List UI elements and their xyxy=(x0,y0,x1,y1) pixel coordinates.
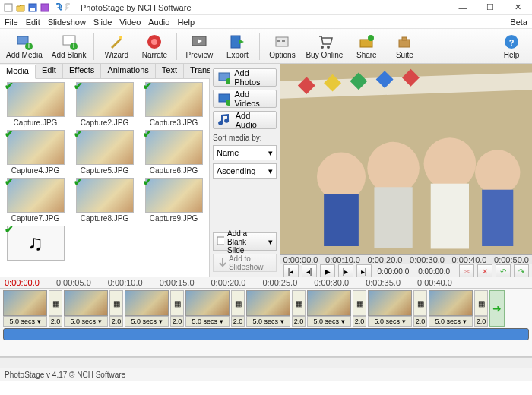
svg-point-39 xyxy=(367,142,420,194)
tab-effects[interactable]: Effects xyxy=(63,64,101,78)
menu-video[interactable]: Video xyxy=(119,17,141,27)
svg-text:+: + xyxy=(27,41,31,50)
open-icon[interactable] xyxy=(15,2,26,13)
svg-rect-23 xyxy=(402,37,407,40)
menu-audio[interactable]: Audio xyxy=(148,17,169,27)
timeline-clip[interactable]: 5.0 secs ▾ xyxy=(368,290,412,327)
status-bar: PhotoStage v 4.17 © NCH Software xyxy=(0,368,532,381)
sort-label: Sort media by: xyxy=(213,134,277,142)
svg-rect-16 xyxy=(277,40,280,42)
transition[interactable]: ▦2.0 xyxy=(292,290,306,327)
svg-point-37 xyxy=(317,153,366,201)
playback-position: 0:00:00.0 xyxy=(378,267,410,276)
svg-rect-14 xyxy=(231,36,240,48)
svg-point-41 xyxy=(423,137,476,190)
toolbar: +Add Media +Add Blank Wizard Narrate Pre… xyxy=(0,29,532,64)
svg-rect-2 xyxy=(30,8,35,11)
add-blank-button[interactable]: +Add Blank xyxy=(49,30,90,62)
add-media-button[interactable]: +Add Media xyxy=(3,30,46,62)
audio-thumb[interactable]: ✔♫ xyxy=(3,226,68,261)
timeline-clip[interactable]: 5.0 secs ▾ xyxy=(3,290,47,327)
buy-online-button[interactable]: Buy Online xyxy=(302,30,346,62)
svg-text:?: ? xyxy=(509,38,515,47)
export-button[interactable]: Export xyxy=(220,30,255,62)
svg-point-18 xyxy=(321,46,324,49)
media-thumb[interactable]: ✔Capture6.JPG xyxy=(141,130,206,175)
redo-icon[interactable] xyxy=(64,2,74,13)
media-thumb[interactable]: ✔Capture7.JPG xyxy=(3,178,68,223)
menu-slide[interactable]: Slide xyxy=(93,17,112,27)
narrate-button[interactable]: Narrate xyxy=(137,30,172,62)
tab-edit[interactable]: Edit xyxy=(36,64,63,78)
minimize-button[interactable]: — xyxy=(451,1,474,14)
add-blank-slide-button[interactable]: Add a Blank Slide▾ xyxy=(213,232,277,251)
suite-button[interactable]: Suite xyxy=(387,30,422,62)
close-button[interactable]: ✕ xyxy=(506,1,529,14)
svg-rect-40 xyxy=(374,187,412,248)
menu-help[interactable]: Help xyxy=(177,17,195,27)
menubar: File Edit Slideshow Slide Video Audio He… xyxy=(0,15,532,29)
timeline-clip[interactable]: 5.0 secs ▾ xyxy=(185,290,230,327)
share-button[interactable]: Share xyxy=(349,30,384,62)
timeline-clip[interactable]: 5.0 secs ▾ xyxy=(64,290,108,327)
menu-slideshow[interactable]: Slideshow xyxy=(48,17,86,27)
svg-rect-17 xyxy=(282,40,285,42)
new-icon[interactable] xyxy=(3,2,14,13)
preview-timescale: 0:00:00.00:00:10.00:00:20.00:00:30.00:00… xyxy=(280,254,532,264)
timeline-ruler[interactable]: 0:00:00.00:00:05.00:00:10.00:00:15.00:00… xyxy=(0,276,532,289)
media-thumb[interactable]: ✔Capture3.JPG xyxy=(141,82,206,127)
options-button[interactable]: Options xyxy=(264,30,299,62)
svg-point-19 xyxy=(327,46,330,49)
media-tabs: Media Edit Effects Animations Text Trans… xyxy=(0,64,209,79)
media-thumb[interactable]: ✔Capture.JPG xyxy=(3,82,68,127)
svg-rect-0 xyxy=(5,4,12,11)
media-thumb[interactable]: ✔Capture9.JPG xyxy=(141,178,206,223)
wizard-button[interactable]: Wizard xyxy=(99,30,134,62)
media-grid: ✔Capture.JPG✔Capture2.JPG✔Capture3.JPG✔C… xyxy=(0,79,209,276)
sort-field-select[interactable]: Name▾ xyxy=(213,145,277,160)
media-thumb[interactable]: ✔Capture8.JPG xyxy=(72,178,137,223)
help-button[interactable]: ?Help xyxy=(494,30,529,62)
transition[interactable]: ▦2.0 xyxy=(231,290,245,327)
svg-rect-38 xyxy=(324,194,359,246)
window-title: PhotoStage by NCH Software xyxy=(81,3,192,12)
timeline-clip[interactable]: 5.0 secs ▾ xyxy=(246,290,290,327)
transition[interactable]: ▦2.0 xyxy=(353,290,366,327)
add-to-slideshow-button[interactable]: Add to Slideshow xyxy=(213,254,277,272)
transition[interactable]: ▦2.0 xyxy=(109,290,123,327)
media-thumb[interactable]: ✔Capture5.JPG xyxy=(72,130,137,175)
svg-rect-44 xyxy=(482,190,513,246)
timeline-clip[interactable]: 5.0 secs ▾ xyxy=(125,290,169,327)
add-photos-button[interactable]: Add Photos xyxy=(213,68,277,87)
timeline-clip[interactable]: 5.0 secs ▾ xyxy=(307,290,351,327)
svg-text:+: + xyxy=(71,41,75,50)
transition[interactable]: ▦2.0 xyxy=(170,290,184,327)
timeline-scrollbar[interactable] xyxy=(0,357,532,368)
media-thumb[interactable]: ✔Capture2.JPG xyxy=(72,82,137,127)
timeline[interactable]: 5.0 secs ▾▦2.05.0 secs ▾▦2.05.0 secs ▾▦2… xyxy=(0,289,532,357)
transition[interactable]: ▦2.0 xyxy=(474,290,488,327)
tab-text[interactable]: Text xyxy=(156,64,184,78)
preview-area xyxy=(280,64,532,254)
media-thumb[interactable]: ✔Capture4.JPG xyxy=(3,130,68,175)
saveas-icon[interactable] xyxy=(40,2,50,13)
svg-rect-42 xyxy=(430,184,468,249)
menu-file[interactable]: File xyxy=(5,17,18,27)
tab-media[interactable]: Media xyxy=(0,65,36,79)
transition[interactable]: ▦2.0 xyxy=(413,290,427,327)
audio-track[interactable] xyxy=(3,328,529,340)
sort-dir-select[interactable]: Ascending▾ xyxy=(213,163,277,179)
maximize-button[interactable]: ☐ xyxy=(479,1,502,14)
svg-point-12 xyxy=(151,39,157,45)
timeline-add[interactable]: ➜ xyxy=(489,290,505,327)
preview-button[interactable]: Preview xyxy=(182,30,217,62)
transition[interactable]: ▦2.0 xyxy=(49,290,62,327)
svg-rect-3 xyxy=(41,4,49,11)
save-icon[interactable] xyxy=(27,2,38,13)
timeline-clip[interactable]: 5.0 secs ▾ xyxy=(429,290,473,327)
tab-animations[interactable]: Animations xyxy=(101,64,155,78)
undo-icon[interactable] xyxy=(52,2,62,13)
add-audio-button[interactable]: Add Audio xyxy=(213,111,277,129)
add-videos-button[interactable]: Add Videos xyxy=(213,90,277,108)
menu-edit[interactable]: Edit xyxy=(26,17,40,27)
